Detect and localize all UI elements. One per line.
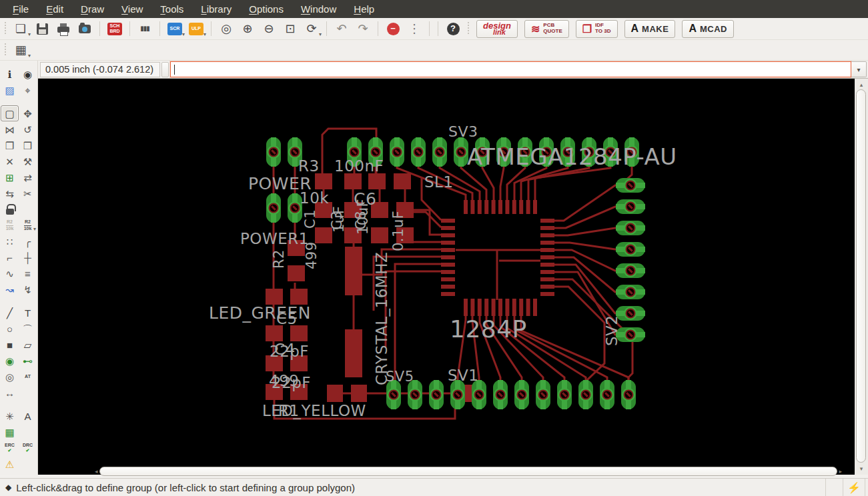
smd-pad[interactable] (540, 219, 554, 223)
smd-pad[interactable] (492, 299, 496, 316)
smd-pad[interactable] (519, 200, 523, 214)
through-hole-pad[interactable] (578, 380, 593, 409)
smd-pad[interactable] (345, 247, 362, 295)
menu-item-library[interactable]: Library (192, 1, 240, 17)
change-tool[interactable]: ⚒ (19, 153, 37, 169)
undo-icon[interactable]: ↶ (332, 19, 352, 38)
paste-tool[interactable]: ❒ (19, 137, 37, 153)
through-hole-pad[interactable] (493, 380, 508, 409)
smd-pad[interactable] (484, 299, 488, 316)
grid-icon[interactable]: ▦▾ (11, 41, 31, 59)
traffic-dots-icon[interactable]: ⋮ (404, 19, 424, 38)
move-tool[interactable]: ✥ (19, 105, 37, 121)
smd-pad[interactable] (540, 255, 554, 259)
through-hole-pad[interactable] (616, 263, 645, 278)
mcad-button[interactable]: AMCAD (682, 20, 734, 38)
toolbar-grip[interactable] (161, 62, 169, 77)
copper-trace[interactable] (386, 271, 441, 347)
route-tool[interactable]: ↝ (1, 281, 19, 297)
smd-pad[interactable] (344, 173, 362, 189)
menu-item-tools[interactable]: Tools (151, 1, 192, 17)
scroll-left-icon[interactable]: ◂ (93, 468, 99, 475)
hole-tool[interactable]: ◎ (1, 369, 19, 385)
run-script-icon[interactable]: SCR▾ (165, 19, 185, 38)
through-hole-pad[interactable] (557, 380, 572, 409)
save-icon[interactable] (32, 19, 52, 38)
via-tool[interactable]: ◉ (1, 353, 19, 369)
smd-pad[interactable] (478, 200, 482, 214)
run-ulp-icon[interactable]: ULP▾ (186, 19, 206, 38)
silkscreen-label[interactable]: 1uF (331, 206, 347, 233)
group-tool[interactable]: ▢ (1, 105, 19, 121)
pcb-quote-button[interactable]: ≋PCBQUOTE (524, 20, 569, 38)
through-hole-pad[interactable] (454, 137, 468, 167)
smd-pad[interactable] (441, 270, 455, 274)
copper-trace[interactable] (554, 207, 626, 228)
value-tool[interactable]: R210k▾ (19, 217, 37, 233)
silkscreen-label[interactable]: R2 (271, 249, 287, 269)
info-tool[interactable]: ℹ (1, 66, 19, 82)
smd-pad[interactable] (266, 325, 283, 341)
name-tool[interactable]: R210k (1, 217, 19, 233)
export-image-icon[interactable] (75, 19, 95, 38)
smd-pad[interactable] (540, 277, 554, 281)
delete-tool[interactable]: ✕ (1, 153, 19, 169)
toolbar-handle[interactable] (466, 22, 471, 35)
smd-pad[interactable] (512, 200, 516, 214)
wire-tool[interactable]: ╱ (1, 305, 19, 321)
smd-pad[interactable] (526, 200, 530, 214)
smd-pad[interactable] (441, 226, 455, 230)
smd-pad[interactable] (441, 263, 455, 267)
copper-trace[interactable] (554, 243, 626, 249)
smd-pad[interactable] (540, 226, 554, 230)
help-icon[interactable]: ? (443, 19, 463, 38)
drc-tool[interactable]: DRC✔ (19, 440, 37, 456)
align-tool[interactable]: ≡ (19, 265, 37, 281)
smd-pad[interactable] (540, 248, 554, 252)
text-tool[interactable]: T (19, 305, 37, 321)
smd-pad[interactable] (533, 299, 537, 316)
miter-tool[interactable]: ╭ (19, 233, 37, 249)
smd-pad[interactable] (540, 270, 554, 274)
menu-item-help[interactable]: Help (345, 1, 383, 17)
smd-pad[interactable] (394, 173, 411, 189)
rect-tool[interactable]: ■ (1, 337, 19, 353)
smash-tool[interactable]: ✂ (19, 185, 37, 201)
smd-pad[interactable] (470, 200, 474, 214)
autorouter-tool[interactable]: A (19, 408, 37, 424)
zoom-out-icon[interactable]: ⊖ (259, 19, 279, 38)
through-hole-pad[interactable] (266, 137, 281, 167)
idf-to-3d-button[interactable]: ❒IDFTO 3D (576, 20, 618, 38)
silkscreen-label[interactable]: SV3 (448, 123, 478, 140)
smd-pad[interactable] (484, 200, 488, 214)
smd-pad[interactable] (540, 263, 554, 267)
smd-pad[interactable] (464, 200, 468, 214)
smd-pad[interactable] (526, 299, 530, 316)
stop-icon[interactable]: − (383, 19, 403, 38)
scroll-down-icon[interactable]: ▾ (855, 464, 868, 473)
through-hole-pad[interactable] (411, 137, 426, 167)
ripup-tool[interactable]: ↯ (19, 281, 37, 297)
silkscreen-label[interactable]: 22pF (272, 374, 311, 391)
menu-item-draw[interactable]: Draw (72, 1, 113, 17)
design-link-button[interactable]: designlink (476, 20, 518, 38)
smd-pad[interactable] (470, 299, 474, 316)
through-hole-pad[interactable] (616, 242, 645, 257)
silkscreen-label[interactable]: 100nF (334, 157, 384, 175)
silkscreen-label[interactable]: C5 (276, 310, 298, 327)
smd-pad[interactable] (540, 292, 554, 296)
through-hole-pad[interactable] (472, 380, 486, 409)
toolbar-handle[interactable] (3, 43, 8, 57)
scroll-right-icon[interactable]: ▸ (837, 468, 843, 475)
smd-pad[interactable] (441, 241, 455, 245)
optimize-tool[interactable]: ┼ (19, 249, 37, 265)
smd-pad[interactable] (441, 277, 455, 281)
rotate-tool[interactable]: ↺ (19, 121, 37, 137)
open-board-icon[interactable]: ❏▾ (11, 19, 31, 38)
add-part-tool[interactable]: ⊞ (1, 169, 19, 185)
smd-pad[interactable] (351, 385, 367, 402)
mark-tool[interactable]: ⌖ (19, 82, 37, 98)
library-manager-icon[interactable]: ▮▮▮ (135, 19, 155, 38)
meander-tool[interactable]: ∿ (1, 265, 19, 281)
scroll-up-icon[interactable]: ▴ (855, 80, 868, 89)
